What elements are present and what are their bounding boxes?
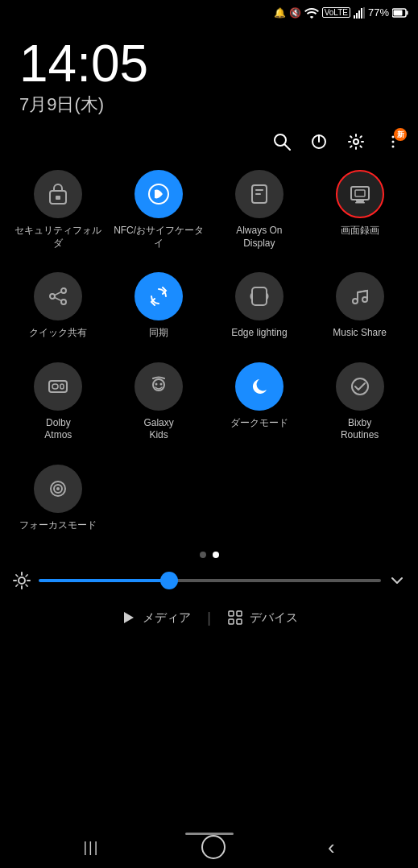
- qs-quick-share[interactable]: クイック共有: [8, 261, 109, 351]
- media-label: メディア: [143, 610, 191, 626]
- wifi-icon: [304, 7, 319, 19]
- svg-point-40: [160, 382, 163, 385]
- brightness-expand-button[interactable]: [389, 572, 405, 589]
- qs-dolby-label: DolbyAtmos: [44, 417, 72, 442]
- qs-always-on[interactable]: Always OnDisplay: [209, 159, 310, 261]
- power-button[interactable]: [310, 133, 328, 151]
- brightness-slider[interactable]: [39, 571, 381, 590]
- back-button[interactable]: ‹: [328, 835, 335, 860]
- page-dot-1: [200, 552, 206, 558]
- svg-line-34: [358, 291, 367, 292]
- svg-rect-21: [255, 193, 261, 195]
- qs-bixby-label: BixbyRoutines: [341, 417, 379, 442]
- svg-rect-22: [351, 187, 369, 200]
- qs-dark-mode[interactable]: ダークモード: [209, 351, 310, 453]
- quick-settings-grid: セキュリティフォルダ NFC/おサイフケータイ Always OnDisplay…: [0, 159, 418, 544]
- svg-rect-23: [356, 200, 364, 202]
- qs-edge-lighting-label: Edge lighting: [231, 327, 287, 340]
- svg-rect-2: [358, 10, 360, 19]
- qs-dolby-icon: [34, 362, 82, 411]
- qs-edge-lighting-icon: [235, 272, 283, 320]
- qs-nfc-label: NFC/おサイフケータイ: [112, 225, 206, 250]
- home-button[interactable]: [201, 835, 226, 859]
- signal-icon: [354, 7, 365, 19]
- svg-rect-7: [394, 10, 403, 15]
- qs-galaxy-kids-icon: [135, 362, 183, 411]
- clock-date: 7月9日(木): [19, 93, 399, 117]
- device-button[interactable]: デバイス: [227, 610, 298, 626]
- svg-point-28: [50, 294, 55, 299]
- search-button[interactable]: [273, 133, 291, 151]
- media-bar: メディア | デバイス: [0, 598, 418, 638]
- svg-rect-25: [355, 190, 365, 196]
- media-divider: |: [207, 610, 211, 626]
- clock-area: 14:05 7月9日(木): [0, 22, 418, 125]
- qs-music-share-label: Music Share: [333, 327, 387, 340]
- qs-music-share[interactable]: Music Share: [309, 261, 410, 351]
- svg-point-44: [56, 487, 60, 490]
- qs-quick-share-label: クイック共有: [29, 327, 87, 340]
- svg-rect-37: [60, 384, 64, 389]
- svg-line-9: [284, 144, 290, 150]
- device-label: デバイス: [250, 610, 298, 626]
- recent-apps-button[interactable]: |||: [83, 839, 99, 856]
- svg-rect-17: [56, 196, 60, 200]
- svg-line-53: [16, 585, 18, 586]
- navigation-bar: ||| ‹: [0, 826, 418, 868]
- svg-rect-58: [237, 619, 242, 624]
- svg-point-39: [155, 382, 158, 385]
- qs-sync[interactable]: 同期: [109, 261, 209, 351]
- qs-bixby[interactable]: BixbyRoutines: [309, 351, 410, 453]
- svg-rect-6: [407, 10, 408, 14]
- svg-point-26: [61, 288, 66, 293]
- qs-nfc[interactable]: NFC/おサイフケータイ: [109, 159, 209, 261]
- svg-line-30: [55, 298, 61, 301]
- svg-point-15: [392, 146, 395, 148]
- svg-point-27: [61, 300, 66, 304]
- qs-focus-mode[interactable]: フォーカスモード: [8, 453, 109, 544]
- nav-handle: [185, 833, 234, 835]
- qs-always-on-label: Always OnDisplay: [236, 225, 282, 250]
- mute-icon: 🔇: [289, 7, 301, 19]
- svg-rect-56: [237, 611, 242, 616]
- qs-sync-label: 同期: [149, 327, 168, 340]
- qs-dark-mode-icon: [235, 362, 283, 411]
- svg-point-45: [19, 577, 25, 584]
- brightness-icon: [13, 572, 31, 589]
- brightness-row: [0, 566, 418, 595]
- qs-edge-lighting[interactable]: Edge lighting: [209, 261, 310, 351]
- qs-security-label: セキュリティフォルダ: [11, 225, 106, 250]
- qs-nfc-icon: [135, 170, 183, 218]
- volte-label: VoLTE: [322, 7, 350, 18]
- qs-sync-icon: [135, 272, 183, 320]
- svg-point-12: [354, 139, 358, 144]
- svg-rect-36: [52, 384, 58, 389]
- settings-button[interactable]: [347, 133, 365, 151]
- svg-rect-1: [356, 13, 358, 19]
- qs-dolby[interactable]: DolbyAtmos: [8, 351, 109, 453]
- clock-time: 14:05: [19, 38, 399, 89]
- svg-rect-0: [354, 15, 355, 19]
- battery-icon: [392, 8, 408, 18]
- svg-rect-20: [255, 189, 263, 191]
- svg-rect-55: [229, 611, 234, 616]
- qs-screen-record[interactable]: 画面録画: [309, 159, 410, 261]
- new-badge: 新: [394, 128, 407, 141]
- qs-dark-mode-label: ダークモード: [230, 417, 288, 430]
- qs-galaxy-kids[interactable]: GalaxyKids: [109, 351, 209, 453]
- svg-rect-24: [355, 202, 365, 204]
- svg-rect-3: [361, 8, 362, 19]
- qs-security-folder[interactable]: セキュリティフォルダ: [8, 159, 109, 261]
- svg-rect-31: [252, 287, 267, 305]
- more-button[interactable]: 新: [384, 133, 402, 151]
- svg-rect-4: [363, 7, 365, 19]
- svg-point-14: [392, 141, 395, 143]
- media-button[interactable]: メディア: [120, 610, 191, 626]
- qs-screen-record-icon: [336, 170, 384, 218]
- page-dots: [0, 544, 418, 566]
- battery-label: 77%: [368, 6, 389, 19]
- qs-galaxy-kids-label: GalaxyKids: [143, 417, 173, 442]
- brightness-thumb[interactable]: [160, 572, 178, 589]
- qs-quick-share-icon: [34, 272, 82, 320]
- svg-marker-54: [124, 612, 134, 623]
